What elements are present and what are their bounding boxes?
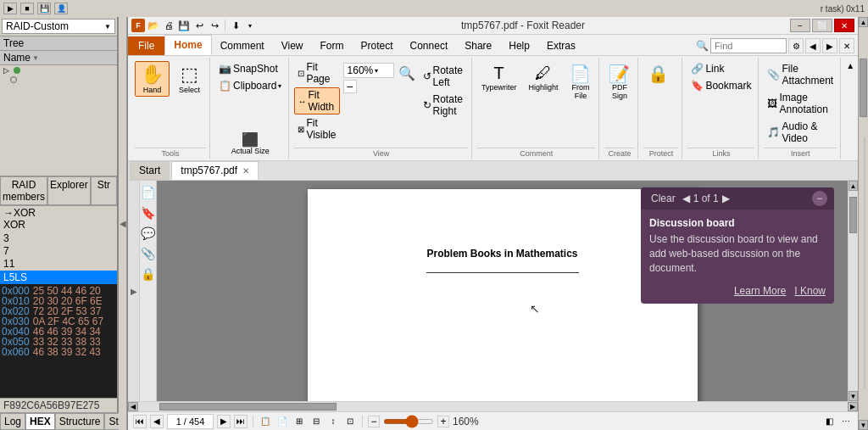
ribbon-tab-share[interactable]: Share — [456, 36, 500, 55]
nav-collapse-btn[interactable]: ◀ — [119, 17, 127, 430]
status-nav-prev[interactable]: ◀ — [150, 415, 164, 428]
status-nav-last[interactable]: ⏭ — [234, 415, 248, 428]
popup-nav-left-icon[interactable]: ◀ — [682, 193, 690, 204]
tab-str[interactable]: Str — [91, 176, 117, 205]
file-attachment-btn[interactable]: 📎 File Attachment — [764, 61, 837, 88]
win-restore-btn[interactable]: ⬜ — [812, 19, 832, 32]
save-btn[interactable]: 💾 — [37, 3, 51, 14]
v-scrollbar[interactable]: ▲ ▼ — [848, 181, 858, 401]
sidebar-pages-icon[interactable]: 📄 — [139, 184, 157, 201]
fit-page-btn[interactable]: ⊡ Fit Page — [294, 59, 339, 87]
doc-tab-close-icon[interactable]: ✕ — [242, 166, 249, 176]
win-close-btn[interactable]: ✕ — [834, 19, 854, 32]
sidebar-attach-icon[interactable]: 📎 — [139, 245, 157, 262]
zoom-dropdown[interactable]: 160% ▾ — [343, 63, 394, 78]
sidebar-comments-icon[interactable]: 💬 — [139, 225, 157, 242]
tab-hex[interactable]: HEX — [25, 413, 55, 430]
ribbon-tab-home[interactable]: Home — [164, 35, 211, 55]
fit-width-btn[interactable]: ↔ Fit Width — [294, 87, 339, 114]
doc-nav-collapse[interactable]: ▶ — [128, 181, 140, 401]
ribbon-tab-comment[interactable]: Comment — [212, 36, 273, 55]
status-icon-copy[interactable]: 📋 — [259, 415, 272, 428]
zoom-in-status-btn[interactable]: + — [437, 416, 449, 427]
zoom-slider-input[interactable] — [383, 419, 434, 424]
stop-btn[interactable]: ■ — [20, 3, 34, 14]
ribbon-tab-help[interactable]: Help — [500, 36, 538, 55]
learn-more-link[interactable]: Learn More — [734, 285, 786, 297]
i-know-link[interactable]: I Know — [794, 285, 826, 297]
hs-thumb[interactable] — [159, 403, 337, 410]
collapse-ribbon-btn[interactable]: ▲ — [844, 59, 856, 72]
image-annotation-btn[interactable]: 🖼 Image Annotation — [764, 90, 837, 117]
rotate-right-btn[interactable]: ↻ Rotate Right — [420, 92, 468, 119]
find-settings-btn[interactable]: ⚙ — [788, 38, 804, 53]
rb-thumb[interactable] — [860, 59, 867, 117]
hs-left-btn[interactable]: ◀ — [128, 402, 138, 411]
ribbon-tab-connect[interactable]: Connect — [402, 36, 457, 55]
link-btn[interactable]: 🔗 Link — [687, 61, 754, 76]
zoom-out-btn[interactable]: − — [343, 80, 357, 93]
status-icon-fit[interactable]: ⊡ — [343, 415, 357, 428]
highlight-btn[interactable]: 🖊 Highlight — [524, 61, 562, 94]
find-next-btn[interactable]: ▶ — [822, 38, 837, 53]
clear-btn[interactable]: Clear — [648, 193, 679, 204]
find-prev-btn[interactable]: ◀ — [805, 38, 821, 53]
qa-extra-btn[interactable]: ⬇ — [229, 19, 242, 32]
tab-explorer[interactable]: Explorer — [47, 176, 91, 205]
audio-video-btn[interactable]: 🎵 Audio & Video — [764, 119, 837, 146]
doc-tab-start[interactable]: Start — [130, 161, 170, 180]
person-btn[interactable]: 👤 — [54, 3, 68, 14]
status-icon-grid[interactable]: ⊞ — [292, 415, 306, 428]
tab-structure[interactable]: Structure — [55, 413, 105, 430]
pdf-sign-btn[interactable]: 📝 PDFSign — [604, 61, 634, 103]
sb-down-btn[interactable]: ▼ — [849, 391, 858, 401]
ribbon-tab-view[interactable]: View — [273, 36, 312, 55]
page-input[interactable] — [167, 414, 214, 429]
win-minimize-btn[interactable]: − — [790, 19, 810, 32]
sidebar-lock-icon[interactable]: 🔒 — [139, 265, 157, 282]
qa-dropdown-btn[interactable]: ▾ — [244, 19, 256, 32]
tab-raid-members[interactable]: RAID members — [0, 176, 47, 205]
sidebar-bookmark-icon[interactable]: 🔖 — [139, 204, 157, 221]
from-file-btn[interactable]: 📄 FromFile — [565, 61, 595, 103]
ribbon-tab-file[interactable]: File — [128, 36, 164, 55]
h-scrollbar[interactable]: ◀ ▶ — [128, 401, 858, 411]
qa-open-btn[interactable]: 📂 — [147, 19, 160, 32]
magnify-btn[interactable]: 🔍 — [398, 63, 416, 83]
tab-log[interactable]: Log — [0, 413, 25, 430]
actual-size-btn[interactable]: ⬛ Actual Size — [215, 129, 285, 159]
tree-expand-icon[interactable]: ▷ — [3, 66, 12, 75]
rotate-left-btn[interactable]: ↺ Rotate Left — [420, 63, 468, 90]
ribbon-tab-form[interactable]: Form — [312, 36, 353, 55]
sb-thumb[interactable] — [849, 197, 857, 232]
zoom-out-status-btn[interactable]: − — [368, 416, 380, 427]
popup-nav-right-icon[interactable]: ▶ — [722, 193, 730, 204]
rb-down-btn[interactable]: ▼ — [859, 420, 868, 430]
ribbon-tab-extras[interactable]: Extras — [538, 36, 584, 55]
clipboard-btn[interactable]: 📋 Clipboard ▾ — [215, 78, 285, 93]
protect-btn[interactable]: 🔒 — [643, 61, 673, 87]
popup-close-btn[interactable]: − — [812, 191, 827, 206]
qa-redo-btn[interactable]: ↪ — [208, 19, 221, 32]
status-nav-first[interactable]: ⏮ — [133, 415, 147, 428]
status-right-icon-1[interactable]: ◧ — [822, 415, 836, 428]
find-close-btn[interactable]: ✕ — [839, 38, 854, 53]
hand-tool-btn[interactable]: ✋ Hand — [135, 61, 170, 97]
status-nav-next[interactable]: ▶ — [217, 415, 231, 428]
qa-save-btn[interactable]: 💾 — [177, 19, 191, 32]
bookmark-btn[interactable]: 🔖 Bookmark — [687, 78, 754, 93]
tree-item-l5ls[interactable]: L5LS — [0, 271, 117, 284]
status-icon-paste[interactable]: 📄 — [275, 415, 289, 428]
qa-print-btn[interactable]: 🖨 — [162, 19, 175, 32]
doc-tab-pdf[interactable]: tmp5767.pdf ✕ — [171, 161, 259, 180]
status-icon-scroll[interactable]: ↕ — [326, 415, 340, 428]
snapshot-btn[interactable]: 📷 SnapShot — [215, 61, 285, 76]
raid-dropdown[interactable]: RAID-Custom ▼ — [2, 19, 115, 34]
ribbon-tab-protect[interactable]: Protect — [353, 36, 402, 55]
fit-visible-btn[interactable]: ⊠ Fit Visible — [294, 115, 339, 142]
rb-up-btn[interactable]: ▲ — [859, 17, 868, 27]
find-input[interactable] — [710, 38, 787, 53]
status-right-icon-2[interactable]: ⋯ — [839, 415, 853, 428]
play-btn[interactable]: ▶ — [3, 3, 17, 14]
hs-right-btn[interactable]: ▶ — [848, 402, 858, 411]
